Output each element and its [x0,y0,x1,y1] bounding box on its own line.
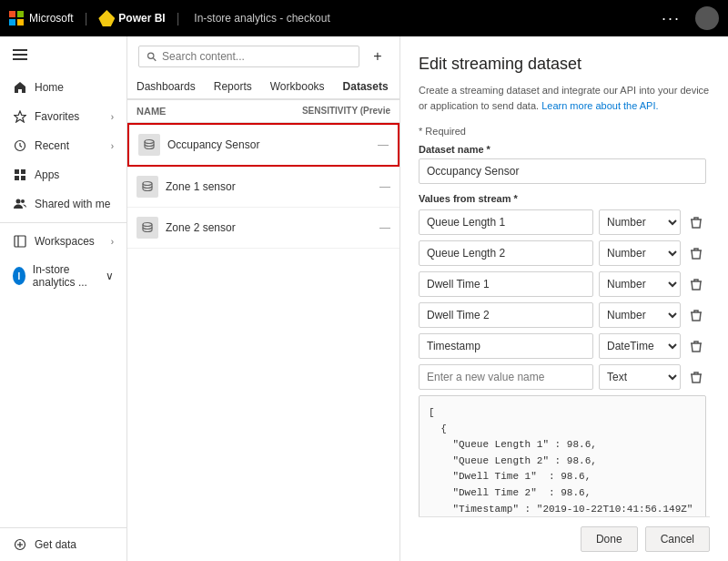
panel-title: Edit streaming dataset [419,55,710,74]
get-data-label: Get data [35,538,76,551]
main-layout: Home Favorites › Recent › Apps [0,36,728,561]
content-area: + Dashboards Reports Workbooks Datasets … [127,36,728,561]
dataset-row-zone1[interactable]: Zone 1 sensor — [127,167,399,208]
dataset-row-zone2[interactable]: Zone 2 sensor — [127,208,399,249]
search-icon [147,51,157,62]
sidebar-favorites-label: Favorites [35,110,79,123]
svg-rect-8 [15,236,25,247]
nav-tabs: Dashboards Reports Workbooks Datasets Da… [127,67,399,100]
tab-datasets[interactable]: Datasets [334,75,398,100]
delete-row-1-button[interactable] [686,243,706,263]
delete-row-3-button[interactable] [686,305,706,325]
right-panel: Edit streaming dataset Create a streamin… [400,36,728,561]
dataset-name-zone1: Zone 1 sensor [166,180,372,193]
panel-description: Create a streaming dataset and integrate… [419,83,710,113]
value-type-select-4[interactable]: NumberTextDateTime [599,333,681,359]
values-label: Values from stream * [419,193,706,204]
table-header: NAME SENSITIVITY (Previe [127,100,399,123]
done-button[interactable]: Done [581,526,638,552]
value-type-select-3[interactable]: NumberTextDateTime [599,302,681,328]
favorites-icon [13,109,27,124]
dataset-dash-2: — [379,221,390,234]
value-row-4: NumberTextDateTime [419,333,706,359]
value-row-new: TextNumberDateTime [419,364,706,390]
panel-footer: Done Cancel [419,516,710,561]
value-name-input-new[interactable] [419,364,593,390]
dataset-icon [136,176,158,198]
sidebar-item-apps[interactable]: Apps [0,160,126,189]
get-data-icon [13,537,27,552]
tab-dataflow[interactable]: Dataflow [398,75,399,100]
tab-reports[interactable]: Reports [205,75,261,100]
dataset-name-label: Dataset name * [419,144,706,155]
shared-icon [13,197,27,211]
tab-workbooks[interactable]: Workbooks [261,75,334,100]
delete-row-2-button[interactable] [686,274,706,294]
dataset-name-input[interactable] [419,158,706,184]
value-type-select-0[interactable]: NumberTextDateTime [599,209,681,235]
search-box[interactable] [138,46,359,67]
topbar: Microsoft | Power BI | In-store analytic… [0,0,728,36]
dataset-name-occupancy: Occupancy Sensor [167,138,370,151]
dataset-dash-0: — [378,138,389,151]
delete-row-4-button[interactable] [686,336,706,356]
svg-rect-3 [21,169,25,174]
required-note: * Required [419,126,706,137]
sidebar-item-home[interactable]: Home [0,73,126,102]
microsoft-brand: Microsoft [29,12,74,25]
sidebar: Home Favorites › Recent › Apps [0,36,127,561]
svg-point-13 [148,53,154,58]
dataset-icon [138,134,160,156]
value-name-input-4[interactable] [419,333,593,359]
sidebar-item-instore[interactable]: I In-store analytics ... ∨ [0,256,126,296]
panel-scroll-area: * Required Dataset name * Values from st… [419,126,710,516]
pbi-icon [98,10,115,26]
sidebar-item-workspaces[interactable]: Workspaces › [0,227,126,256]
sidebar-home-label: Home [35,81,64,94]
value-type-select-2[interactable]: NumberTextDateTime [599,271,681,297]
dataset-dash-1: — [379,180,390,193]
search-input[interactable] [162,50,351,63]
cancel-button[interactable]: Cancel [645,526,710,552]
sidebar-item-shared[interactable]: Shared with me [0,189,126,219]
sidebar-instore-label: In-store analytics ... [33,263,98,289]
value-row-2: NumberTextDateTime [419,271,706,297]
svg-point-7 [21,199,25,203]
sidebar-item-recent[interactable]: Recent › [0,131,126,160]
value-type-select-new[interactable]: TextNumberDateTime [599,364,681,390]
svg-point-6 [16,199,21,204]
home-icon [13,80,27,95]
value-name-input-1[interactable] [419,240,593,266]
add-button[interactable]: + [367,46,389,67]
left-panel-header: + [127,36,399,67]
value-name-input-0[interactable] [419,209,593,235]
microsoft-logo: Microsoft [9,11,74,26]
sidebar-shared-label: Shared with me [35,198,110,210]
topbar-more-button[interactable]: ··· [662,9,681,28]
value-name-input-3[interactable] [419,302,593,328]
sidebar-apps-label: Apps [35,168,59,181]
value-row-0: NumberTextDateTime [419,209,706,235]
sidebar-item-favorites[interactable]: Favorites › [0,102,126,131]
json-preview: [ { "Queue Length 1" : 98.6, "Queue Leng… [419,395,706,516]
dataset-name-zone2: Zone 2 sensor [166,221,372,234]
svg-point-17 [143,223,152,227]
tab-dashboards[interactable]: Dashboards [127,75,205,100]
value-type-select-1[interactable]: NumberTextDateTime [599,240,681,266]
sidebar-workspaces-label: Workspaces [35,235,95,248]
dataset-icon [136,217,158,239]
sidebar-recent-label: Recent [35,139,69,152]
avatar[interactable] [695,6,719,30]
delete-row-0-button[interactable] [686,212,706,232]
powerbi-logo: Power BI [98,10,165,26]
svg-rect-2 [15,169,19,174]
delete-row-new-button[interactable] [686,367,706,387]
hamburger-button[interactable] [0,36,126,73]
value-row-3: NumberTextDateTime [419,302,706,328]
dataset-row-occupancy[interactable]: Occupancy Sensor — [127,123,399,167]
chevron-icon: ∨ [106,270,114,282]
get-data-button[interactable]: Get data [0,527,126,561]
learn-more-link[interactable]: Learn more about the API. [541,100,658,111]
value-name-input-2[interactable] [419,271,593,297]
col-sensitivity-header: SENSITIVITY (Previe [264,106,391,117]
